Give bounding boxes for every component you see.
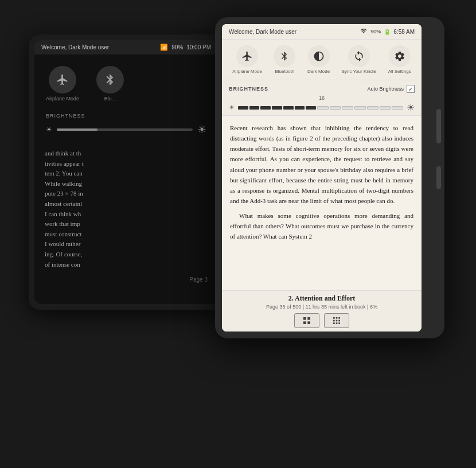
nav-buttons: [230, 313, 413, 328]
brightness-seg: [354, 106, 366, 110]
brightness-seg: [249, 106, 260, 110]
back-brightness-section: BRIGHTNESS ☀ ☀: [34, 107, 218, 142]
front-airplane-label: Airplane Mode: [232, 69, 262, 74]
front-battery-icon: 🔋: [384, 29, 391, 35]
brightness-seg: [238, 106, 248, 110]
brightness-seg: [330, 106, 341, 110]
front-time: 6:58 AM: [393, 29, 415, 35]
front-darkmode-icon: [308, 45, 330, 67]
brightness-value: 16: [229, 95, 415, 101]
back-airplane-mode[interactable]: Airplane Mode: [46, 66, 79, 102]
front-airplane-mode[interactable]: Airplane Mode: [232, 45, 262, 74]
brightness-min-icon: ☀: [229, 104, 235, 111]
back-text-line: ing. Of course,: [45, 249, 208, 260]
brightness-seg: [317, 106, 329, 110]
front-greeting: Welcome, Dark Mode user: [229, 29, 296, 35]
kindle-device-back: Welcome, Dark Mode user 📶 90% 10:00 PM A…: [29, 34, 224, 310]
front-bluetooth[interactable]: Bluetooth: [274, 45, 295, 74]
brightness-seg: [272, 106, 282, 110]
front-brightness-label: BRIGHTNESS: [229, 86, 268, 92]
back-battery: 90%: [171, 44, 183, 50]
back-airplane-label: Airplane Mode: [46, 96, 79, 102]
front-side-button-top[interactable]: [436, 109, 441, 143]
back-bluetooth-icon: [96, 66, 124, 93]
brightness-max-icon: ☀: [407, 102, 415, 113]
svg-rect-3: [307, 321, 310, 324]
front-side-button-bottom[interactable]: [436, 166, 441, 189]
svg-rect-10: [333, 322, 335, 324]
brightness-seg: [283, 106, 294, 110]
back-text-line: almost certainl: [45, 199, 208, 209]
front-status-bar: Welcome, Dark Mode user 90% 🔋 6:58 AM: [222, 24, 422, 40]
front-sync-label: Sync Your Kindle: [342, 69, 377, 74]
auto-brightness-label: Auto Brightness: [367, 86, 404, 92]
back-status-bar: Welcome, Dark Mode user 📶 90% 10:00 PM: [34, 40, 218, 54]
chapter-title: 2. Attention and Effort: [230, 294, 413, 303]
front-bluetooth-icon: [274, 45, 295, 67]
kindle-device-front: Welcome, Dark Mode user 90% 🔋 6:58 AM: [215, 17, 444, 338]
brightness-seg: [260, 106, 271, 110]
front-screen: Welcome, Dark Mode user 90% 🔋 6:58 AM: [222, 24, 422, 332]
back-text-line: of intense con: [45, 260, 208, 270]
front-airplane-icon: [236, 45, 258, 67]
front-battery-pct: 90%: [370, 29, 381, 34]
front-dark-mode[interactable]: Dark Mode: [307, 45, 330, 74]
svg-rect-9: [338, 320, 340, 322]
back-text-line: tivities appear t: [45, 159, 208, 169]
front-quick-settings: Airplane Mode Bluetooth Dark Mode: [222, 40, 422, 80]
back-text-line: pute 23 × 78 in: [45, 189, 208, 199]
back-bluetooth-label: Blu...: [104, 96, 116, 102]
svg-rect-0: [303, 317, 306, 320]
back-text-line: I can think wh: [45, 209, 208, 220]
book-paragraph-1: Recent research has shown that inhibitin…: [230, 123, 413, 206]
back-greeting: Welcome, Dark Mode user: [41, 44, 109, 50]
svg-rect-6: [338, 317, 340, 319]
svg-rect-5: [336, 317, 338, 319]
brightness-seg: [306, 106, 316, 110]
brightness-seg: [367, 106, 379, 110]
front-bluetooth-label: Bluetooth: [275, 69, 295, 74]
back-text-line: must construct: [45, 229, 208, 240]
svg-rect-4: [333, 317, 335, 319]
book-paragraph-2: What makes some cognitive operations mor…: [230, 210, 413, 241]
svg-rect-7: [333, 320, 335, 322]
back-book-text: and think at th tivities appear t tem 2.…: [34, 142, 218, 276]
svg-rect-11: [336, 322, 338, 324]
svg-rect-12: [338, 322, 340, 324]
back-text-line: and think at th: [45, 149, 208, 159]
front-wifi-icon: [360, 28, 368, 36]
brightness-seg: [342, 106, 353, 110]
nav-list-view-button[interactable]: [294, 313, 319, 328]
brightness-seg: [295, 106, 305, 110]
svg-rect-2: [303, 321, 306, 324]
front-sync-icon: [348, 45, 370, 67]
back-text-line: While walking: [45, 179, 208, 189]
back-text-line: I would rather: [45, 239, 208, 249]
front-book-footer: 2. Attention and Effort Page 35 of 500 |…: [222, 290, 422, 332]
front-brightness-section: BRIGHTNESS Auto Brightness ✓ 16 ☀: [222, 80, 422, 116]
front-all-settings[interactable]: All Settings: [388, 45, 411, 74]
front-settings-icon: [389, 45, 411, 67]
back-brightness-max-icon: ☀: [197, 123, 206, 136]
brightness-seg: [392, 106, 403, 110]
back-quick-settings: Airplane Mode Blu...: [34, 54, 218, 107]
back-brightness-bar[interactable]: [57, 128, 193, 131]
back-brightness-label: BRIGHTNESS: [46, 113, 206, 119]
back-brightness-min-icon: ☀: [46, 126, 52, 134]
back-text-line: work that imp: [45, 219, 208, 229]
back-wifi-icon: 📶: [160, 44, 168, 51]
svg-rect-1: [307, 317, 310, 320]
back-bluetooth[interactable]: Blu...: [96, 66, 124, 102]
svg-rect-8: [336, 320, 338, 322]
brightness-seg: [380, 106, 391, 110]
front-sync[interactable]: Sync Your Kindle: [342, 45, 377, 74]
back-page-number: Page 3: [34, 276, 218, 283]
auto-brightness-checkbox[interactable]: ✓: [407, 85, 415, 93]
front-book-content[interactable]: Recent research has shown that inhibitin…: [222, 116, 422, 290]
auto-brightness-row: Auto Brightness ✓: [367, 85, 415, 93]
front-darkmode-label: Dark Mode: [307, 69, 330, 74]
back-text-line: tem 2. You can: [45, 169, 208, 179]
back-brightness-fill: [57, 128, 97, 131]
nav-grid-view-button[interactable]: [324, 313, 349, 328]
brightness-slider[interactable]: [238, 106, 403, 110]
